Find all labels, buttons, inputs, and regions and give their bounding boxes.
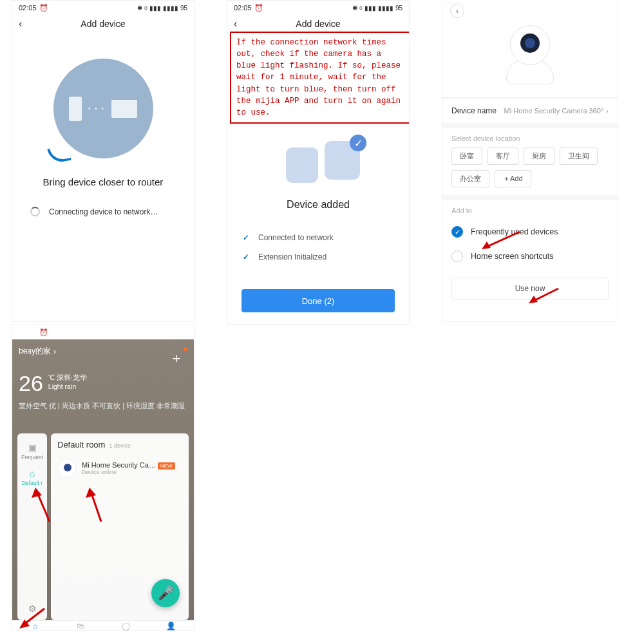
success-check-icon: ✓ [350,135,366,151]
page-title: Add device [227,19,409,29]
temperature-value: 26 [19,371,43,396]
device-name-value: Mi Home Security Camera 360° [504,107,604,115]
new-badge: NEW [158,462,175,469]
alarm-icon: ⏰ [39,4,48,12]
status-time: 02:05 [234,4,252,12]
status-bar: 02:05 ⏰ ✱ ◊ ▮▮▮ ▮▮▮▮ 95 [227,1,409,15]
device-status: Device online [82,469,182,475]
nav-home[interactable]: ⌂ [28,621,41,630]
temp-unit: ℃ [48,374,55,381]
option-frequent[interactable]: ✓ Frequently used devices [442,220,618,244]
nav-profile[interactable]: 👤 [165,621,178,630]
connecting-status: Connecting device to network… [49,207,158,216]
gear-icon[interactable]: ⚙ [28,603,37,614]
battery-pct: 95 [395,5,402,12]
screen-device-setup: ‹ Device name Mi Home Security Camera 36… [442,3,618,322]
tab-default-room[interactable]: ⌂ Default r [17,464,47,490]
tab-frequent[interactable]: ▣ Frequent [17,439,47,464]
chip-office[interactable]: 办公室 [451,170,489,187]
added-heading: Device added [227,199,409,211]
nav-store[interactable]: 🛍 [74,621,87,630]
room-card: Default room 1 device Mi Home Security C… [51,433,189,620]
camera-illustration [501,25,559,90]
microphone-icon: 🎤 [158,585,174,601]
alarm-icon: ⏰ [39,328,48,337]
option-shortcut[interactable]: Home screen shortcuts [442,244,618,269]
side-tabs: ▣ Frequent ⌂ Default r ⚙ [17,433,47,620]
signal-icon: ▮▮▮ [365,5,376,12]
air-info: 室外空气 优 | 周边水质 不可直饮 | 环境湿度 非常潮湿 [19,401,186,411]
status-bar: 02:09 ⏰ ✱ ◊ ▮▮▮ ▮▮▮▮ 94 [12,325,194,339]
use-now-button[interactable]: Use now [451,278,609,299]
annotation-note: If the connection network times out, che… [230,32,410,124]
signal-icon: ▮▮▮ [149,329,161,336]
home-selector[interactable]: beay的家 › [19,346,186,357]
status-connected: Connected to network [258,233,334,242]
device-row[interactable]: Mi Home Security Ca… NEW Device online [57,459,182,478]
screen-mi-home: 02:09 ⏰ ✱ ◊ ▮▮▮ ▮▮▮▮ 94 beay的家 › 26 ℃ 深圳… [12,325,194,631]
user-icon: 👤 [165,621,178,630]
chip-add[interactable]: ＋Add [495,170,531,187]
screen-add-device-connecting: 02:05 ⏰ ✱ ◊ ▮▮▮ ▮▮▮▮ 95 ‹ Add device • •… [12,0,194,322]
instruction-heading: Bring device closer to router [12,176,194,187]
location-chips: 卧室 客厅 厨房 卫生间 办公室 ＋Add [442,147,618,195]
wifi-icon: ◊ [144,5,147,12]
bag-icon: 🛍 [74,621,87,630]
battery-icon: ▮▮▮▮ [378,5,393,12]
device-name-row[interactable]: Device name Mi Home Security Camera 360°… [442,98,618,123]
status-bar: 02:05 ⏰ ✱ ◊ ▮▮▮ ▮▮▮▮ 95 [12,1,194,15]
grid-icon: ▣ [17,442,47,453]
connecting-illustration: • • • [53,59,153,158]
wifi-icon: ◊ [144,329,147,336]
chip-living[interactable]: 客厅 [488,147,518,165]
camera-small-icon [57,459,77,478]
check-icon: ✓ [243,233,249,242]
battery-pct: 95 [180,5,187,12]
chip-bathroom[interactable]: 卫生间 [560,147,598,165]
radio-checked-icon: ✓ [451,226,463,238]
added-illustration: ✓ [260,115,376,193]
status-time: 02:05 [19,4,37,12]
status-initialized: Extension Initialized [258,252,327,261]
room-device-count: 1 device [109,442,131,449]
battery-pct: 94 [180,329,187,336]
screen-device-added: 02:05 ⏰ ✱ ◊ ▮▮▮ ▮▮▮▮ 95 ‹ Add device If … [227,0,410,325]
select-location-label: Select device location [442,128,618,147]
add-device-button[interactable]: ＋ [169,348,184,368]
done-button[interactable]: Done (2) [242,289,395,312]
nav-scene[interactable]: ◯ [119,621,132,630]
circle-icon: ◯ [119,621,132,630]
chip-bedroom[interactable]: 卧室 [451,147,482,165]
weather: Light rain [48,383,76,390]
chip-kitchen[interactable]: 厨房 [524,147,554,165]
back-circle-button[interactable]: ‹ [450,4,464,18]
battery-icon: ▮▮▮▮ [163,329,178,336]
voice-fab[interactable]: 🎤 [151,579,180,607]
radio-unchecked-icon [451,251,463,262]
home-icon: ⌂ [17,468,47,478]
device-name-label: Device name [451,106,497,115]
chevron-right-icon: › [606,107,609,115]
check-icon: ✓ [243,252,249,261]
alarm-icon: ⏰ [254,4,263,12]
bottom-nav: ⌂ 🛍 ◯ 👤 [12,620,194,630]
bluetooth-icon: ✱ [352,5,357,12]
location: 深圳·龙华 [57,374,87,381]
status-time: 02:09 [19,328,37,336]
bluetooth-icon: ✱ [137,5,142,12]
wifi-icon: ◊ [359,5,363,12]
chevron-right-icon: › [53,347,56,356]
bluetooth-icon: ✱ [137,329,142,336]
home-icon: ⌂ [28,621,41,630]
page-title: Add device [12,19,194,29]
signal-icon: ▮▮▮ [149,5,161,12]
spinner-icon [30,207,40,216]
battery-icon: ▮▮▮▮ [163,5,178,12]
add-to-label: Add to [442,200,618,220]
room-name: Default room [57,440,105,450]
